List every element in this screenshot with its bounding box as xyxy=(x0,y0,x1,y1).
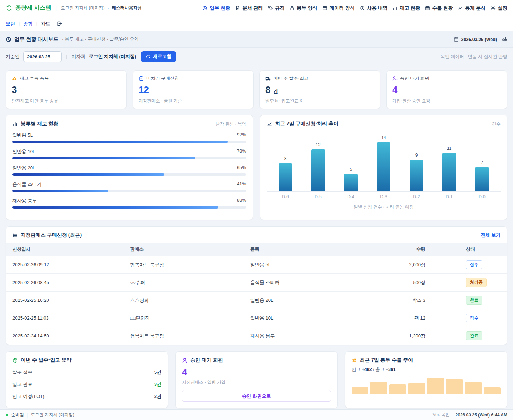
nav-item-label: 문서 관리 xyxy=(242,5,263,11)
nav-item-bag-forms[interactable]: 봉투 양식 xyxy=(290,0,317,16)
inventory-item-label: 일반용 20L xyxy=(12,165,35,171)
nav-item-settings[interactable]: 설정 xyxy=(491,0,507,16)
inventory-row-top: 일반용 5L92% xyxy=(12,132,246,138)
inventory-panel-title: 봉투별 재고 현황 xyxy=(12,121,58,127)
logout-icon[interactable] xyxy=(57,21,62,26)
truck-icon xyxy=(265,76,271,81)
base-date-input[interactable] xyxy=(23,51,62,62)
inventory-item-percent: 88% xyxy=(237,198,246,204)
pie-icon xyxy=(202,6,207,11)
status-bar-left: 준비됨 | 로그인 지자체 (미지정) xyxy=(6,412,74,418)
view-all-link[interactable]: 전체 보기 xyxy=(481,232,501,238)
trend-bar-value: 8 xyxy=(284,156,287,161)
package-icon xyxy=(12,358,18,363)
trend-bar xyxy=(475,167,489,191)
stat-card-value: 8 건 xyxy=(265,84,374,95)
status-badge: 접수 xyxy=(466,260,482,269)
requests-panel-title: 지정판매소 구매신청 (최근) xyxy=(12,232,82,238)
trend-category-label: D-3 xyxy=(367,194,400,199)
bottom-cards-row: 이번 주 발주·입고 요약 발주 접수5건입고 완료3건입고 예정(LOT)2건… xyxy=(6,351,507,408)
trend-unit-note: 건수 xyxy=(492,121,501,127)
refresh-button[interactable]: 새로고침 xyxy=(141,51,176,62)
approval-card: 승인 대기 회원 4 지정판매소 · 일반 가입 승인 화면으로 xyxy=(175,351,338,408)
request-item: 일반용 20L xyxy=(244,292,392,309)
nav-item-specs[interactable]: 규격 xyxy=(268,0,285,16)
nav-item-transfer-status[interactable]: 수불 현황 xyxy=(425,0,453,16)
inbound-label: 입고 xyxy=(352,367,361,372)
nav-item-statistics[interactable]: 통계 분석 xyxy=(458,0,486,16)
requests-header-row: 신청일시판매소품목수량상태 xyxy=(6,243,507,256)
grid-icon xyxy=(425,6,430,11)
calendar-icon xyxy=(454,37,459,42)
inventory-bar-fill xyxy=(12,173,164,176)
inventory-item-percent: 65% xyxy=(237,165,246,171)
view-link-summary[interactable]: 종합 xyxy=(23,21,32,27)
inventory-item-percent: 78% xyxy=(237,148,246,155)
trend-bar-value: 9 xyxy=(415,153,418,158)
view-link-modern[interactable]: 모던 xyxy=(6,21,15,27)
trend-category-label: D-5 xyxy=(302,194,335,199)
inventory-bar-track xyxy=(12,173,246,176)
request-status-cell: 접수 xyxy=(432,256,507,274)
warning-icon xyxy=(12,76,17,81)
status-badge: 완료 xyxy=(466,296,482,305)
inventory-bar-fill xyxy=(12,141,228,143)
org-value: 로그인 지자체 (미지정) xyxy=(89,53,136,60)
requests-panel-header: 지정판매소 구매신청 (최근) 전체 보기 xyxy=(6,227,507,243)
stat-card-title: 미처리 구매신청 xyxy=(146,75,179,82)
nav-item-documents[interactable]: 문서 관리 xyxy=(235,0,263,16)
trend-bar xyxy=(311,149,325,191)
exchange-icon xyxy=(352,358,357,363)
inventory-row-top: 음식물 스티커41% xyxy=(12,181,246,188)
stat-card-pending-requests: 미처리 구매신청12지정판매소 · 금일 기준 xyxy=(133,70,254,109)
line-chart-icon xyxy=(458,6,463,11)
inventory-row: 재사용 봉투88% xyxy=(12,198,246,209)
order-row-label: 발주 접수 xyxy=(12,369,32,376)
order-row-value: 3건 xyxy=(154,381,161,388)
stat-card-value: 4 xyxy=(392,84,501,95)
page-subtitle: · 봉투 재고 · 구매신청 · 발주/승인 요약 xyxy=(62,36,139,42)
document-icon xyxy=(235,6,240,11)
sliders-icon[interactable] xyxy=(502,37,507,42)
inventory-row: 일반용 20L65% xyxy=(12,165,246,176)
status-datetime: 2026.03.25 (Wed) 6:44 AM xyxy=(456,413,507,418)
trend-bar xyxy=(410,160,423,191)
request-item: 재사용 봉투 xyxy=(244,327,392,345)
nav-item-data-forms[interactable]: 데이터 양식 xyxy=(322,0,355,16)
transfer-sparkline xyxy=(352,377,501,394)
request-qty: 1,200장 xyxy=(392,327,432,345)
trend-bar xyxy=(442,153,456,191)
go-to-approval-button[interactable]: 승인 화면으로 xyxy=(182,390,331,402)
mock-data-note: 목업 데이터 · 연동 시 실시간 반영 xyxy=(441,54,508,60)
clipboard-icon xyxy=(139,76,144,81)
trend-category-label: D-2 xyxy=(400,194,433,199)
stat-card-header: 재고 부족 품목 xyxy=(12,75,121,82)
waste-system-dashboard: 종량제 시스템 | 로그인 지자체 (미지정) · 테스터사용자님 업무 현황문… xyxy=(0,0,513,420)
status-bar-right: Ver. 목업 2026.03.25 (Wed) 6:44 AM xyxy=(433,412,507,418)
divider: | xyxy=(19,21,20,26)
stat-card-desc: 가입·권한 승인 요청 xyxy=(392,98,501,104)
stat-card-header: 이번 주 발주·입고 xyxy=(265,75,374,82)
view-link-chart[interactable]: 차트 xyxy=(41,21,50,27)
nav-item-label: 수불 현황 xyxy=(432,5,453,11)
status-badge: 처리중 xyxy=(466,278,487,287)
status-badge: 접수 xyxy=(466,314,482,322)
request-qty: 2,000장 xyxy=(392,256,432,274)
sparkline-bar xyxy=(465,382,482,394)
trend-bar-value: 5 xyxy=(350,167,352,172)
inventory-item-label: 일반용 10L xyxy=(12,148,35,155)
nav-item-work-status[interactable]: 업무 현황 xyxy=(202,0,230,16)
trend-bar-cell: 9 xyxy=(400,153,433,191)
outbound-value: −391 xyxy=(386,367,396,372)
order-summary-row: 입고 예정(LOT)2건 xyxy=(12,390,161,403)
nav-item-label: 설정 xyxy=(498,5,507,11)
sparkline-bar xyxy=(352,387,368,394)
trend-category-label: D-6 xyxy=(269,194,302,199)
trend-panel: 최근 7일 구매신청·처리 추이 건수 8125149117 D-6D-5D-4… xyxy=(260,115,507,220)
nav-item-usage-history[interactable]: 사용 내역 xyxy=(360,0,388,16)
request-status-cell: 완료 xyxy=(432,292,507,309)
approval-card-title: 승인 대기 회원 xyxy=(190,357,223,363)
gear-icon xyxy=(491,6,496,11)
nav-item-inventory-status[interactable]: 재고 현황 xyxy=(393,0,420,16)
request-datetime: 2025-02-25 16:20 xyxy=(6,292,124,309)
